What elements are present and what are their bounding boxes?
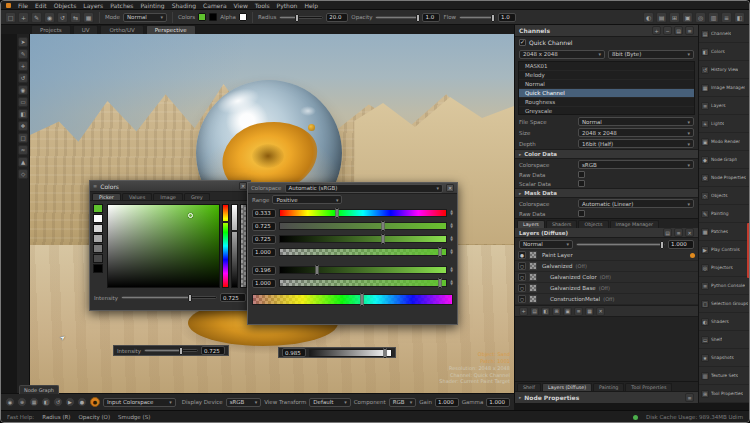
- bottom-toolbar-icon[interactable]: ▦: [29, 397, 39, 407]
- menu-icon[interactable]: ≡: [685, 393, 694, 402]
- layers-panel-tab[interactable]: Image Manager: [610, 220, 660, 228]
- colors-dialog-tab[interactable]: Picker: [92, 193, 121, 200]
- scalar-data-checkbox[interactable]: [578, 180, 585, 187]
- color-swatch[interactable]: [93, 204, 103, 213]
- palette-item[interactable]: ◎ Projectors: [699, 259, 750, 277]
- palette-item[interactable]: ✎ Painting: [699, 205, 750, 223]
- palette-item[interactable]: ◧ Colors: [699, 43, 750, 61]
- mode-select[interactable]: Normal: [123, 13, 167, 22]
- mask-data-section[interactable]: ▸Mask Data: [515, 188, 698, 198]
- stepper[interactable]: ▲▼: [450, 223, 453, 229]
- palette-item[interactable]: □ Selection Groups: [699, 295, 750, 313]
- tool-icon[interactable]: ❖: [18, 121, 28, 131]
- bottom-toolbar-icon[interactable]: ↺: [53, 397, 63, 407]
- slider-value[interactable]: 0.196: [252, 266, 276, 275]
- gradient-slider[interactable]: [279, 222, 447, 230]
- flow-value[interactable]: 1.0: [498, 13, 516, 22]
- intensity-bar-slider[interactable]: [144, 349, 198, 352]
- menu-item[interactable]: Edit: [35, 2, 47, 9]
- alpha-strip[interactable]: [240, 204, 247, 288]
- layers-footer-icon[interactable]: ⊞: [552, 307, 561, 316]
- foreground-color-chip[interactable]: [198, 13, 206, 21]
- layers-footer-icon[interactable]: ▤: [530, 307, 539, 316]
- node-graph-tab[interactable]: Node Graph: [19, 385, 59, 394]
- quick-channel-checkbox[interactable]: [519, 39, 526, 46]
- viewport-tab[interactable]: Projects: [31, 25, 71, 34]
- tool-icon[interactable]: ◧: [18, 109, 28, 119]
- slider-value[interactable]: 1.000: [252, 279, 276, 288]
- visibility-icon[interactable]: ○: [518, 284, 526, 292]
- channel-list-item[interactable]: Melody: [519, 71, 694, 80]
- palette-item[interactable]: ☀ Lights: [699, 115, 750, 133]
- size-select[interactable]: 2048 x 2048: [578, 128, 694, 137]
- tool-icon[interactable]: □: [18, 133, 28, 143]
- slider-marker[interactable]: [315, 265, 318, 275]
- layers-footer-icon[interactable]: ≡: [574, 307, 583, 316]
- colors-dialog-tab[interactable]: Image: [153, 193, 183, 200]
- layers-header-icon[interactable]: ✕: [685, 228, 694, 237]
- close-icon[interactable]: ✕: [446, 184, 454, 192]
- channel-list-item[interactable]: Quick Channel: [519, 89, 694, 98]
- slider-value[interactable]: 1.000: [252, 248, 276, 257]
- palette-item[interactable]: ⚙ Node Properties: [699, 169, 750, 187]
- color-swatch[interactable]: [93, 254, 103, 263]
- toolbar-icon[interactable]: ▣: [682, 12, 693, 23]
- visibility-icon[interactable]: ○: [518, 262, 526, 270]
- color-swatch[interactable]: [93, 234, 103, 243]
- slider-value[interactable]: 0.725: [252, 222, 276, 231]
- flow-slider[interactable]: [459, 16, 495, 19]
- colors-dialog-tab[interactable]: Grey: [184, 193, 210, 200]
- colorspace-select[interactable]: Automatic (sRGB): [285, 184, 444, 193]
- menu-item[interactable]: Shading: [172, 2, 196, 9]
- view-transform-select[interactable]: Default: [309, 398, 350, 407]
- opacity-value[interactable]: 1.0: [422, 13, 440, 22]
- bottom-toolbar-icon[interactable]: ◉: [5, 397, 15, 407]
- palette-item[interactable]: ▭ Shelf: [699, 331, 750, 349]
- spectrum-marker[interactable]: [361, 293, 364, 306]
- channel-list-item[interactable]: MASK01: [519, 62, 694, 71]
- depth-select[interactable]: 16bit (Half): [578, 139, 694, 148]
- sliders-dialog-titlebar[interactable]: Colorspace Automatic (sRGB) ✕: [248, 183, 457, 194]
- layers-header-icon[interactable]: ≡: [674, 228, 683, 237]
- layers-panel-tab[interactable]: Objects: [578, 220, 608, 228]
- layers-footer-icon[interactable]: ▣: [563, 307, 572, 316]
- spectrum-bar[interactable]: [252, 294, 453, 305]
- gamma-value[interactable]: 1.000: [486, 398, 510, 407]
- palette-item[interactable]: ↺ History View: [699, 61, 750, 79]
- tool-icon[interactable]: ▭: [18, 97, 28, 107]
- visibility-icon[interactable]: ●: [518, 251, 526, 259]
- toolbar-icon[interactable]: ⇆: [70, 12, 81, 23]
- value-strip[interactable]: [231, 204, 238, 288]
- raw-data-checkbox[interactable]: [578, 171, 585, 178]
- tool-icon[interactable]: ↺: [18, 73, 28, 83]
- gradient-marker[interactable]: [383, 348, 386, 358]
- palette-item[interactable]: ★ Snapshots: [699, 349, 750, 367]
- colors-dialog-tab[interactable]: Values: [122, 193, 152, 200]
- menu-item[interactable]: Painting: [141, 2, 165, 9]
- layers-footer-icon[interactable]: ◧: [541, 307, 550, 316]
- stepper[interactable]: ▲▼: [450, 249, 453, 255]
- slider-marker[interactable]: [382, 234, 385, 244]
- gain-value[interactable]: 1.000: [435, 398, 459, 407]
- range-select[interactable]: Positive: [272, 195, 342, 204]
- slider-marker[interactable]: [382, 221, 385, 231]
- layers-panel-tab[interactable]: Layers: [517, 220, 545, 228]
- palette-item[interactable]: ◇ Objects: [699, 187, 750, 205]
- color-data-section[interactable]: ▸Color Data: [515, 149, 698, 159]
- bottom-toolbar-icon[interactable]: ●: [77, 397, 87, 407]
- visibility-icon[interactable]: ○: [518, 273, 526, 281]
- color-swatch[interactable]: [93, 264, 103, 273]
- channel-size-select[interactable]: 2048 x 2048: [519, 50, 605, 59]
- viewport-tab[interactable]: Perspective: [146, 25, 196, 34]
- toolbar-icon[interactable]: ≡: [721, 12, 732, 23]
- tool-icon[interactable]: ◉: [18, 85, 28, 95]
- stepper[interactable]: ▲▼: [450, 210, 453, 216]
- opacity-slider[interactable]: [375, 16, 419, 19]
- channel-depth-select[interactable]: 8bit (Byte): [608, 50, 694, 59]
- menu-item[interactable]: Python: [277, 2, 298, 9]
- menu-item[interactable]: Camera: [203, 2, 227, 9]
- menu-item[interactable]: File: [18, 2, 28, 9]
- intensity-slider[interactable]: [121, 296, 217, 299]
- layer-row[interactable]: ○ Galvanized Base (Off): [515, 283, 698, 294]
- toolbar-icon[interactable]: ◐: [643, 12, 654, 23]
